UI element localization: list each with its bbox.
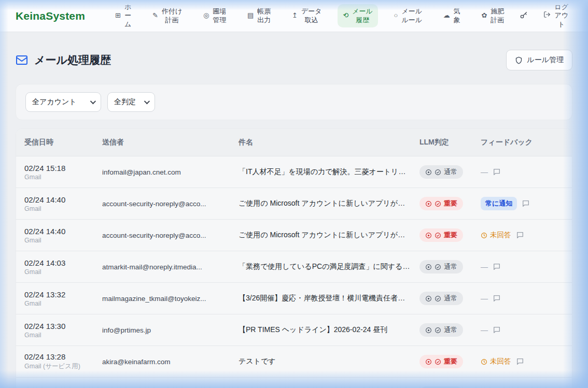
circle-check-icon — [435, 232, 441, 239]
table-row[interactable]: 02/24 13:30 Gmail info@prtimes.jp 【PR TI… — [16, 314, 572, 346]
history-icon: ⟲ — [343, 11, 348, 20]
account-label: Gmail — [24, 300, 102, 307]
judgment-label: 通常 — [444, 262, 457, 271]
feedback-always-badge: 常に通知 — [481, 197, 517, 210]
judgment-cell: 通常 — [419, 165, 481, 179]
judgment-badge: 通常 — [419, 292, 463, 305]
col-header-feedback: フィードバック — [481, 138, 564, 147]
feedback-cell: 未回答 — [481, 231, 564, 240]
feedback-unanswered-label: 未回答 — [490, 231, 511, 240]
rule-manage-label: ルール管理 — [527, 55, 564, 65]
feedback-none-dash: — — [481, 168, 488, 176]
table-row[interactable]: 02/24 14:03 Gmail atmarkit-mail@noreply.… — [16, 251, 572, 282]
circle-check-icon — [435, 264, 441, 270]
nav-item-planting[interactable]: ✎作付け 計画 — [147, 4, 187, 27]
page-header-row: メール処理履歴 ルール管理 — [16, 50, 572, 70]
nav-item-mail-history[interactable]: ⟲メール 履歴 — [338, 4, 378, 27]
comment-bubble-icon[interactable] — [493, 263, 501, 271]
table-row[interactable]: 02/24 12:10 digital@kochinews.jp 四万十福祉専門… — [16, 377, 572, 388]
sender-cell: infomail@japan.cnet.com — [102, 168, 239, 176]
nav-item-weather[interactable]: ☁気 象 — [438, 4, 466, 27]
received-datetime: 02/24 13:30 — [24, 322, 102, 330]
feedback-cell: — — [481, 263, 564, 271]
feedback-cell: 常に通知 — [481, 197, 564, 210]
nav-item-fertilizer[interactable]: ✿施肥 計画 — [476, 4, 509, 27]
received-datetime: 02/24 14:40 — [24, 227, 102, 236]
sender-cell: account-security-noreply@acco... — [102, 232, 239, 239]
circle-dot-icon — [425, 327, 432, 334]
circle-check-icon — [435, 358, 441, 365]
clock-icon — [481, 232, 487, 239]
received-cell: 02/24 13:28 Gmail (サービス用) — [24, 352, 102, 371]
upload-icon: ↥ — [292, 11, 298, 20]
pencil-icon: ✎ — [152, 11, 158, 20]
seedling-icon: ✿ — [481, 11, 487, 20]
nav-item-label: 作付け 計画 — [162, 7, 182, 24]
col-header-judgment: LLM判定 — [419, 138, 481, 147]
judgment-cell: 重要 — [419, 197, 481, 210]
key-button[interactable] — [516, 8, 531, 24]
nav-item-home[interactable]: ⊞ホ ー ム — [110, 0, 136, 32]
judgment-filter-value: 全判定 — [114, 97, 136, 107]
nav-item-import[interactable]: ↥データ 取込 — [287, 4, 327, 27]
circle-dot-icon — [425, 200, 432, 207]
sender-cell: atmarkit-mail@noreply.itmedia... — [102, 263, 239, 271]
received-datetime: 02/24 15:18 — [24, 164, 102, 173]
feedback-unanswered: 未回答 — [481, 357, 511, 366]
account-filter-value: 全アカウント — [32, 97, 77, 107]
feedback-none-dash: — — [481, 326, 488, 334]
judgment-cell: 重要 — [419, 355, 481, 368]
judgment-label: 重要 — [444, 231, 457, 240]
logout-button[interactable]: ログ アウ ト — [538, 0, 573, 32]
account-label: Gmail — [24, 205, 102, 212]
judgment-label: 重要 — [444, 357, 457, 366]
table-row[interactable]: 02/24 14:40 Gmail account-security-norep… — [16, 219, 572, 251]
account-filter-select[interactable]: 全アカウント — [25, 92, 101, 112]
received-datetime: 02/24 14:03 — [24, 258, 102, 267]
feedback-cell: — — [481, 326, 564, 334]
table-body: 02/24 15:18 Gmail infomail@japan.cnet.co… — [16, 156, 572, 388]
brand-logo[interactable]: KeinaSystem — [16, 10, 85, 22]
table-row[interactable]: 02/24 13:32 Gmail mailmagazine_tkmail@to… — [16, 282, 572, 314]
circle-dot-icon — [425, 295, 432, 302]
nav-item-mail-rules[interactable]: ○メール ルール — [389, 4, 427, 27]
judgment-cell: 通常 — [419, 292, 481, 305]
rule-manage-button[interactable]: ルール管理 — [506, 50, 572, 70]
key-icon — [520, 11, 528, 21]
comment-bubble-icon[interactable] — [493, 326, 501, 334]
table-row[interactable]: 02/24 15:18 Gmail infomail@japan.cnet.co… — [16, 156, 572, 188]
circle-check-icon — [435, 327, 441, 334]
judgment-badge: 重要 — [419, 228, 463, 242]
home-grid-icon: ⊞ — [115, 11, 121, 20]
judgment-badge: 通常 — [419, 323, 463, 337]
nav-item-fields[interactable]: ◎圃場 管理 — [198, 4, 231, 27]
feedback-unanswered: 未回答 — [481, 231, 511, 240]
feedback-none-dash: — — [481, 294, 488, 303]
shield-icon — [515, 56, 523, 64]
comment-bubble-icon[interactable] — [493, 294, 501, 303]
judgment-label: 通常 — [444, 294, 457, 303]
subject-cell: 【PR TIMES ヘッドライン】2026-02-24 昼刊 — [239, 325, 419, 335]
nav-item-reports[interactable]: ▤帳票 出力 — [242, 4, 276, 27]
judgment-cell: 重要 — [419, 228, 481, 242]
nav-item-label: 施肥 計画 — [491, 7, 504, 24]
comment-bubble-icon[interactable] — [522, 199, 530, 208]
comment-bubble-icon[interactable] — [493, 168, 501, 176]
comment-bubble-icon[interactable] — [516, 357, 524, 366]
feedback-cell: — — [481, 168, 564, 176]
circle-dot-icon — [425, 358, 432, 365]
table-header-row: 受信日時 送信者 件名 LLM判定 フィードバック — [16, 129, 572, 156]
table-row[interactable]: 02/24 13:28 Gmail (サービス用) akira@keinafar… — [16, 346, 572, 377]
comment-bubble-icon[interactable] — [516, 231, 524, 239]
subject-cell: 「業務で使用しているPCの満足度調査」に関するアンケート ≪... — [239, 262, 419, 271]
judgment-badge: 重要 — [419, 355, 463, 368]
judgment-label: 通常 — [444, 167, 457, 177]
judgment-filter-select[interactable]: 全判定 — [107, 92, 155, 112]
feedback-none-dash: — — [481, 263, 488, 271]
mail-envelope-icon — [16, 54, 28, 66]
table-row[interactable]: 02/24 14:40 Gmail account-security-norep… — [16, 188, 572, 219]
map-pin-icon: ◎ — [203, 11, 209, 20]
chevron-down-icon — [144, 98, 150, 104]
circle-check-icon — [435, 169, 441, 176]
top-navigation-bar: KeinaSystem ⊞ホ ー ム✎作付け 計画◎圃場 管理▤帳票 出力↥デー… — [0, 0, 588, 32]
